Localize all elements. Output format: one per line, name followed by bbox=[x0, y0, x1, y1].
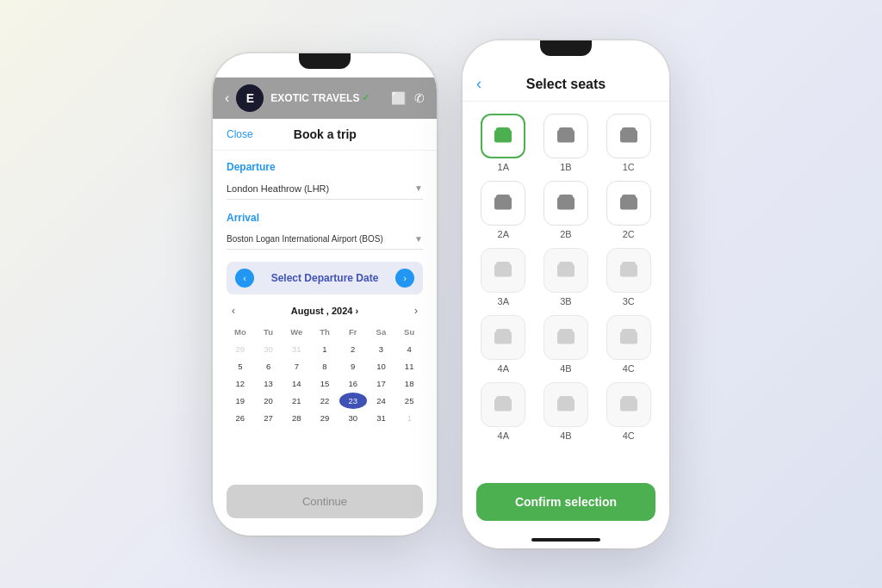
seats-title: Select seats bbox=[476, 77, 655, 92]
calendar-day[interactable]: 13 bbox=[255, 375, 283, 392]
seat-icon[interactable] bbox=[606, 248, 651, 293]
calendar-day[interactable]: 24 bbox=[368, 393, 395, 409]
calendar-day[interactable]: 10 bbox=[368, 358, 395, 374]
svg-rect-22 bbox=[620, 197, 623, 207]
phones-container: ‹ E EXOTIC TRAVELS ✓ ⬜ ✆ Close Book a tr… bbox=[213, 40, 669, 548]
seat-icon[interactable] bbox=[481, 114, 525, 158]
calendar-day[interactable]: 23 bbox=[339, 393, 367, 409]
calendar-day[interactable]: 26 bbox=[227, 410, 254, 426]
seat-cell: 4C bbox=[601, 382, 655, 441]
svg-rect-34 bbox=[620, 264, 623, 275]
calendar-day[interactable]: 30 bbox=[339, 410, 367, 426]
confirm-selection-button[interactable]: Confirm selection bbox=[476, 483, 655, 521]
svg-rect-38 bbox=[494, 331, 497, 342]
calendar-day[interactable]: 12 bbox=[227, 375, 254, 392]
calendar-day[interactable]: 3 bbox=[368, 341, 395, 357]
avatar: E bbox=[236, 84, 264, 112]
seat-icon[interactable] bbox=[481, 181, 525, 226]
seat-icon[interactable] bbox=[543, 181, 588, 226]
business-name: EXOTIC TRAVELS ✓ bbox=[270, 92, 384, 104]
calendar-day[interactable]: 30 bbox=[255, 341, 283, 357]
arrival-arrow-icon: ▼ bbox=[414, 234, 423, 244]
svg-rect-47 bbox=[634, 331, 637, 342]
verified-badge: ✓ bbox=[362, 92, 370, 103]
calendar-day[interactable]: 29 bbox=[311, 410, 339, 426]
calendar-day[interactable]: 2 bbox=[339, 341, 367, 357]
calendar-day[interactable]: 22 bbox=[311, 393, 339, 409]
calendar-day[interactable]: 1 bbox=[311, 341, 339, 357]
calendar-day[interactable]: 9 bbox=[339, 358, 367, 374]
seat-label: 4A bbox=[498, 363, 509, 374]
calendar-day[interactable]: 1 bbox=[395, 410, 423, 426]
seat-label: 4C bbox=[623, 430, 635, 441]
seat-icon[interactable] bbox=[543, 248, 588, 293]
date-prev-button[interactable]: ‹ bbox=[235, 269, 254, 288]
calendar-day[interactable]: 7 bbox=[283, 358, 310, 374]
seat-cell: 3C bbox=[601, 248, 655, 306]
seat-label: 4B bbox=[560, 430, 571, 441]
calendar-day[interactable]: 11 bbox=[395, 358, 423, 374]
calendar-day[interactable]: 14 bbox=[283, 375, 310, 392]
calendar-day[interactable]: 6 bbox=[255, 358, 283, 374]
svg-rect-4 bbox=[559, 127, 574, 139]
continue-button[interactable]: Continue bbox=[227, 485, 423, 518]
svg-rect-43 bbox=[572, 331, 575, 342]
svg-rect-3 bbox=[509, 130, 512, 140]
calendar-day[interactable]: 4 bbox=[395, 341, 423, 357]
svg-rect-19 bbox=[572, 197, 575, 207]
calendar-day[interactable]: 16 bbox=[339, 375, 367, 392]
calendar-day[interactable]: 29 bbox=[227, 341, 254, 357]
calendar-day[interactable]: 21 bbox=[283, 393, 310, 409]
seat-icon[interactable] bbox=[606, 315, 651, 360]
calendar-day[interactable]: 17 bbox=[368, 375, 395, 392]
departure-label: Departure bbox=[227, 161, 423, 173]
arrival-field[interactable]: Boston Logan International Airport (BOS)… bbox=[227, 229, 423, 250]
seat-cell: 1A bbox=[476, 114, 531, 172]
month-prev-button[interactable]: ‹ bbox=[232, 305, 235, 317]
calendar: ‹ August , 2024 › › MoTuWeThFrSaSu29 bbox=[227, 301, 423, 426]
calendar-day[interactable]: 18 bbox=[395, 375, 423, 392]
seat-icon[interactable] bbox=[543, 315, 588, 360]
close-button[interactable]: Close bbox=[227, 128, 253, 140]
seat-label: 3A bbox=[498, 296, 509, 306]
seat-cell: 4B bbox=[539, 382, 593, 441]
svg-rect-11 bbox=[634, 130, 637, 140]
svg-rect-28 bbox=[559, 262, 574, 273]
date-next-button[interactable]: › bbox=[395, 269, 414, 288]
right-notch bbox=[531, 40, 600, 59]
seat-icon[interactable] bbox=[606, 114, 651, 158]
seat-icon[interactable] bbox=[481, 248, 525, 293]
video-icon[interactable]: ⬜ bbox=[391, 91, 406, 105]
phone-icon[interactable]: ✆ bbox=[414, 91, 425, 105]
calendar-day[interactable]: 5 bbox=[227, 358, 254, 374]
calendar-day[interactable]: 8 bbox=[311, 358, 339, 374]
seat-icon[interactable] bbox=[543, 382, 588, 427]
calendar-day[interactable]: 19 bbox=[227, 393, 254, 409]
seat-icon[interactable] bbox=[606, 382, 651, 427]
calendar-day[interactable]: 31 bbox=[368, 410, 395, 426]
departure-field[interactable]: London Heathrow (LHR) ▼ bbox=[227, 178, 423, 200]
svg-rect-31 bbox=[572, 264, 575, 275]
calendar-day[interactable]: 15 bbox=[311, 375, 339, 392]
calendar-day[interactable]: 31 bbox=[283, 341, 310, 357]
month-next-button[interactable]: › bbox=[414, 305, 418, 317]
svg-rect-44 bbox=[621, 329, 636, 340]
seat-icon[interactable] bbox=[481, 315, 525, 360]
book-panel: Close Book a trip Departure London Heath… bbox=[213, 119, 437, 535]
seats-back-button[interactable]: ‹ bbox=[476, 75, 481, 93]
calendar-day[interactable]: 27 bbox=[255, 410, 283, 426]
seat-icon[interactable] bbox=[481, 382, 525, 427]
seat-label: 1A bbox=[498, 162, 509, 172]
seats-grid-container: 1A 1B 1C 2A bbox=[463, 102, 669, 476]
seat-icon[interactable] bbox=[606, 181, 651, 226]
seat-cell: 4B bbox=[539, 315, 593, 374]
calendar-day[interactable]: 28 bbox=[283, 410, 310, 426]
calendar-day-header: We bbox=[283, 324, 310, 340]
back-button[interactable]: ‹ bbox=[225, 90, 229, 106]
date-nav: ‹ Select Departure Date › bbox=[227, 262, 423, 294]
seat-icon[interactable] bbox=[543, 114, 588, 158]
calendar-day[interactable]: 25 bbox=[395, 393, 423, 409]
svg-rect-15 bbox=[509, 197, 512, 207]
arrival-label: Arrival bbox=[227, 212, 423, 224]
calendar-day[interactable]: 20 bbox=[255, 393, 283, 409]
